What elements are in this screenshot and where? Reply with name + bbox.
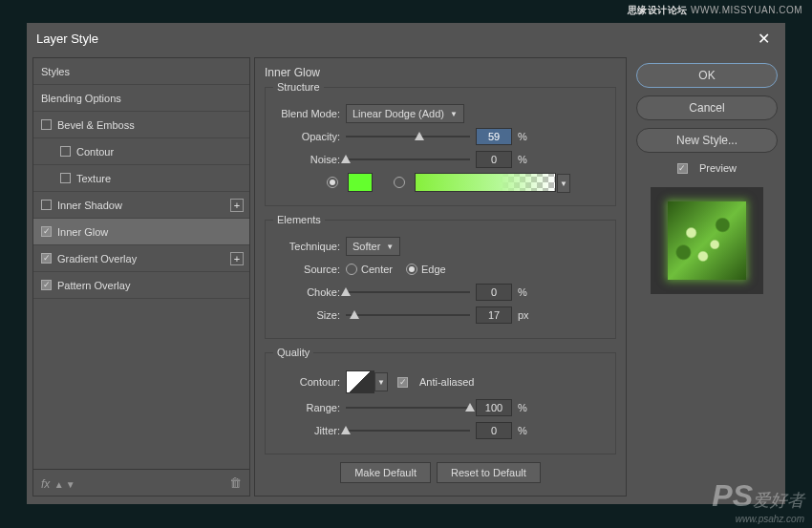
right-panel: OK Cancel New Style... ✓ Preview — [630, 57, 780, 496]
quality-group: Quality Contour: ▼ ✓ Anti-aliased Range:… — [265, 347, 616, 454]
chevron-down-icon: ▼ — [450, 110, 458, 118]
size-input[interactable]: 17 — [476, 306, 512, 324]
sidebar-item-contour[interactable]: Contour — [33, 138, 249, 165]
plus-icon[interactable]: + — [230, 252, 244, 265]
sidebar-item-gradient-overlay[interactable]: ✓Gradient Overlay+ — [33, 245, 249, 272]
jitter-input[interactable]: 0 — [476, 422, 512, 439]
checkbox-icon[interactable] — [41, 200, 52, 210]
contour-swatch[interactable] — [346, 370, 374, 393]
checkbox-icon[interactable]: ✓ — [41, 280, 52, 290]
chevron-down-icon: ▼ — [377, 378, 385, 387]
noise-slider[interactable] — [346, 153, 470, 166]
sidebar-item-styles[interactable]: Styles — [33, 58, 249, 85]
chevron-down-icon: ▼ — [386, 243, 394, 251]
ok-button[interactable]: OK — [636, 63, 778, 88]
sidebar-footer: fx ▲▼ 🗑 — [32, 470, 250, 496]
jitter-slider[interactable] — [346, 424, 470, 437]
checkbox-icon[interactable] — [60, 173, 71, 183]
source-center-radio[interactable] — [346, 264, 357, 275]
checkbox-icon[interactable] — [60, 146, 71, 157]
arrow-down-icon[interactable]: ▼ — [66, 479, 77, 490]
sidebar-item-blending[interactable]: Blending Options — [33, 85, 249, 112]
preview-checkbox[interactable]: ✓ — [677, 163, 688, 174]
checkbox-icon[interactable] — [41, 119, 52, 130]
sidebar-item-inner-shadow[interactable]: Inner Shadow+ — [33, 192, 249, 219]
arrow-up-icon[interactable]: ▲ — [54, 479, 66, 490]
blend-mode-select[interactable]: Linear Dodge (Add)▼ — [346, 104, 464, 123]
anti-aliased-checkbox[interactable]: ✓ — [397, 377, 408, 388]
opacity-input[interactable]: 59 — [476, 128, 512, 145]
fx-icon[interactable]: fx — [41, 477, 50, 491]
plus-icon[interactable]: + — [230, 199, 244, 212]
checkbox-icon[interactable]: ✓ — [41, 226, 52, 237]
sidebar-item-pattern-overlay[interactable]: ✓Pattern Overlay — [33, 272, 249, 299]
sidebar-item-inner-glow[interactable]: ✓Inner Glow — [33, 219, 249, 245]
choke-input[interactable]: 0 — [476, 284, 512, 301]
panel-title: Inner Glow — [265, 66, 616, 79]
range-slider[interactable] — [346, 401, 470, 414]
technique-select[interactable]: Softer▼ — [346, 237, 400, 256]
sidebar-item-texture[interactable]: Texture — [33, 165, 249, 192]
color-radio[interactable] — [327, 177, 338, 188]
structure-group: Structure Blend Mode: Linear Dodge (Add)… — [265, 81, 616, 206]
cancel-button[interactable]: Cancel — [636, 95, 778, 120]
gradient-radio[interactable] — [394, 177, 405, 188]
contour-dropdown[interactable]: ▼ — [374, 372, 388, 391]
color-swatch[interactable] — [348, 173, 373, 192]
close-icon[interactable]: ✕ — [752, 26, 776, 52]
noise-input[interactable]: 0 — [476, 151, 512, 168]
trash-icon[interactable]: 🗑 — [229, 475, 242, 490]
sidebar-item-bevel[interactable]: Bevel & Emboss — [33, 112, 249, 138]
preview-box — [651, 187, 763, 294]
gradient-swatch[interactable]: ▼ — [415, 173, 556, 192]
choke-slider[interactable] — [346, 285, 470, 299]
layer-style-dialog: Layer Style ✕ Styles Blending Options Be… — [27, 23, 785, 504]
new-style-button[interactable]: New Style... — [636, 128, 778, 153]
preview-image — [668, 201, 746, 280]
watermark-top: 思缘设计论坛 WWW.MISSYUAN.COM — [628, 4, 802, 17]
opacity-slider[interactable] — [346, 130, 470, 143]
titlebar: Layer Style ✕ — [27, 23, 785, 53]
chevron-down-icon[interactable]: ▼ — [557, 174, 570, 193]
watermark-bottom: PS爱好者 www.psahz.com — [712, 478, 804, 524]
dialog-title: Layer Style — [36, 32, 98, 46]
range-input[interactable]: 100 — [476, 399, 512, 416]
checkbox-icon[interactable]: ✓ — [41, 253, 52, 264]
settings-panel: Inner Glow Structure Blend Mode: Linear … — [254, 57, 627, 496]
elements-group: Elements Technique: Softer▼ Source: Cent… — [265, 214, 616, 339]
styles-sidebar: Styles Blending Options Bevel & Emboss C… — [32, 57, 250, 496]
reset-default-button[interactable]: Reset to Default — [437, 462, 541, 483]
size-slider[interactable] — [346, 308, 470, 322]
source-edge-radio[interactable] — [406, 264, 417, 275]
make-default-button[interactable]: Make Default — [340, 462, 431, 483]
